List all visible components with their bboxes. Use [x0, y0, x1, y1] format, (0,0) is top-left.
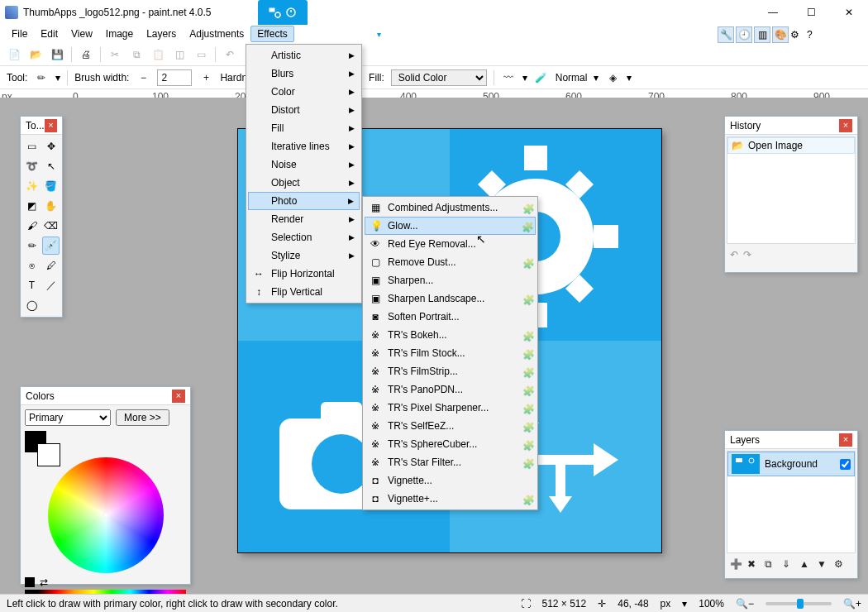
new-icon[interactable]: 📄 [7, 47, 21, 62]
tool-lasso[interactable]: ➰ [23, 157, 41, 175]
layers-panel-close-icon[interactable]: × [839, 433, 852, 447]
tool-bucket[interactable]: 🪣 [42, 177, 60, 195]
menu-edit[interactable]: Edit [34, 26, 64, 42]
tool-wand[interactable]: ✨ [23, 177, 41, 195]
colors-panel-close-icon[interactable]: × [172, 390, 185, 403]
tool-brush[interactable]: 🖌 [23, 217, 41, 235]
brush-width-input[interactable] [157, 69, 192, 86]
effects-item-flip-horizontal[interactable]: ↔Flip Horizontal [248, 265, 360, 283]
crop-icon[interactable]: ◫ [172, 47, 187, 62]
tool-clone[interactable]: ⍟ [23, 256, 41, 275]
add-layer-icon[interactable]: ➕ [730, 558, 743, 571]
menu-file[interactable]: File [5, 26, 34, 42]
menu-effects[interactable]: Effects [250, 26, 293, 42]
photo-item-tr-s-panopdn-[interactable]: ※TR's PanoPDN...🧩 [365, 380, 536, 399]
photo-item-tr-s-pixel-sharpener-[interactable]: ※TR's Pixel Sharpener...🧩 [365, 399, 536, 417]
help-icon[interactable]: ? [807, 29, 822, 41]
layer-props-icon[interactable]: ⚙ [834, 558, 847, 571]
zoom-slider[interactable] [765, 602, 832, 605]
photo-item-tr-s-star-filter-[interactable]: ※TR's Star Filter...🧩 [365, 453, 536, 471]
effects-item-artistic[interactable]: Artistic▶ [248, 46, 360, 65]
blend-icon[interactable]: 🧪 [534, 70, 549, 85]
effects-item-color[interactable]: Color▶ [248, 83, 360, 101]
photo-item-tr-s-bokeh-[interactable]: ※TR's Bokeh...🧩 [365, 326, 536, 344]
effects-item-render[interactable]: Render▶ [248, 210, 360, 228]
maximize-button[interactable]: ☐ [792, 0, 830, 25]
photo-item-vignette-[interactable]: ◘Vignette... [365, 471, 536, 490]
close-button[interactable]: ✕ [830, 0, 868, 25]
dup-layer-icon[interactable]: ⧉ [765, 558, 778, 571]
photo-item-sharpen-[interactable]: ▣Sharpen... [365, 271, 536, 289]
tool-picker[interactable]: 💉 [42, 237, 60, 255]
undo-history-icon[interactable]: ↶ [730, 249, 738, 261]
effects-item-flip-vertical[interactable]: ↕Flip Vertical [248, 283, 360, 301]
open-icon[interactable]: 📂 [28, 47, 43, 62]
tool-move-sel[interactable]: ✥ [42, 137, 60, 155]
effects-item-stylize[interactable]: Stylize▶ [248, 246, 360, 265]
color-wheel[interactable] [48, 457, 164, 573]
brush-width-inc-icon[interactable]: + [198, 70, 213, 85]
paste-icon[interactable]: 📋 [150, 47, 165, 62]
cut-icon[interactable]: ✂ [107, 47, 122, 62]
tools-panel-close-icon[interactable]: × [45, 119, 57, 132]
merge-layer-icon[interactable]: ⇓ [782, 558, 795, 571]
up-layer-icon[interactable]: ▲ [799, 558, 813, 571]
effects-item-blurs[interactable]: Blurs▶ [248, 65, 360, 83]
tabstrip-dropdown-icon[interactable]: ▾ [377, 30, 381, 39]
photo-item-tr-s-film-stock-[interactable]: ※TR's Film Stock...🧩 [365, 344, 536, 362]
tool-shapes[interactable]: ◯ [23, 296, 41, 314]
menu-adjustments[interactable]: Adjustments [183, 26, 250, 42]
history-panel-close-icon[interactable]: × [839, 119, 852, 132]
menu-layers[interactable]: Layers [140, 26, 183, 42]
swap-icon[interactable]: ⇄ [40, 576, 48, 588]
tool-text[interactable]: T [23, 276, 41, 294]
tool-rect-select[interactable]: ▭ [23, 137, 41, 155]
redo-history-icon[interactable]: ↷ [743, 249, 751, 261]
swatch-black[interactable] [25, 577, 35, 587]
effects-item-selection[interactable]: Selection▶ [248, 228, 360, 246]
fill-select[interactable]: Solid Color [391, 69, 487, 86]
tool-gradient[interactable]: ◩ [23, 197, 41, 215]
colors-toggle-icon[interactable]: 🎨 [772, 26, 789, 43]
tool-pencil[interactable]: ✏ [23, 237, 41, 255]
tool-eraser[interactable]: ⌫ [42, 217, 60, 235]
antialias-icon[interactable]: 〰 [501, 70, 516, 85]
history-toggle-icon[interactable]: 🕘 [736, 26, 752, 43]
photo-item-tr-s-selfeez-[interactable]: ※TR's SelfEeZ...🧩 [365, 417, 536, 435]
photo-item-tr-s-filmstrip-[interactable]: ※TR's FilmStrip...🧩 [365, 362, 536, 380]
primary-swatch[interactable] [25, 431, 46, 452]
tool-move-px[interactable]: ↖ [42, 157, 60, 175]
menu-view[interactable]: View [64, 26, 99, 42]
zoom-in-icon[interactable]: 🔍+ [843, 598, 861, 610]
color-mode-select[interactable]: Primary [25, 409, 111, 426]
history-item[interactable]: 📂Open Image [727, 137, 855, 154]
current-tool-icon[interactable]: ✏ [34, 70, 49, 85]
photo-item-sharpen-landscape-[interactable]: ▣Sharpen Landscape...🧩 [365, 289, 536, 308]
photo-item-combined-adjustments-[interactable]: ▦Combined Adjustments...🧩 [365, 198, 536, 217]
effects-item-distort[interactable]: Distort▶ [248, 101, 360, 119]
effects-item-photo[interactable]: Photo▶ [248, 192, 360, 210]
effects-item-noise[interactable]: Noise▶ [248, 155, 360, 174]
effects-item-fill[interactable]: Fill▶ [248, 119, 360, 137]
save-icon[interactable]: 💾 [50, 47, 64, 62]
down-layer-icon[interactable]: ▼ [817, 558, 830, 571]
alpha-icon[interactable]: ◈ [605, 70, 620, 85]
blend-mode[interactable]: Normal [556, 72, 588, 84]
undo-icon[interactable]: ↶ [222, 47, 237, 62]
brush-width-dec-icon[interactable]: − [136, 70, 150, 85]
effects-item-iterative-lines[interactable]: Iterative lines▶ [248, 137, 360, 155]
delete-layer-icon[interactable]: ✖ [747, 558, 761, 571]
tool-recolor[interactable]: 🖊 [42, 256, 60, 275]
settings-icon[interactable]: ⚙ [790, 29, 805, 41]
tool-pan[interactable]: ✋ [42, 197, 60, 215]
photo-item-glow-[interactable]: 💡Glow...🧩 [365, 217, 536, 235]
photo-item-tr-s-spherecuber-[interactable]: ※TR's SphereCuber...🧩 [365, 435, 536, 453]
photo-item-vignette-[interactable]: ◘Vignette+...🧩 [365, 490, 536, 508]
photo-item-remove-dust-[interactable]: ▢Remove Dust...🧩 [365, 253, 536, 271]
tools-toggle-icon[interactable]: 🔧 [718, 26, 734, 43]
layer-row[interactable]: Background [727, 452, 855, 476]
image-tab[interactable] [258, 0, 308, 25]
menu-image[interactable]: Image [99, 26, 140, 42]
minimize-button[interactable]: — [754, 0, 792, 25]
zoom-out-icon[interactable]: 🔍− [736, 598, 754, 610]
